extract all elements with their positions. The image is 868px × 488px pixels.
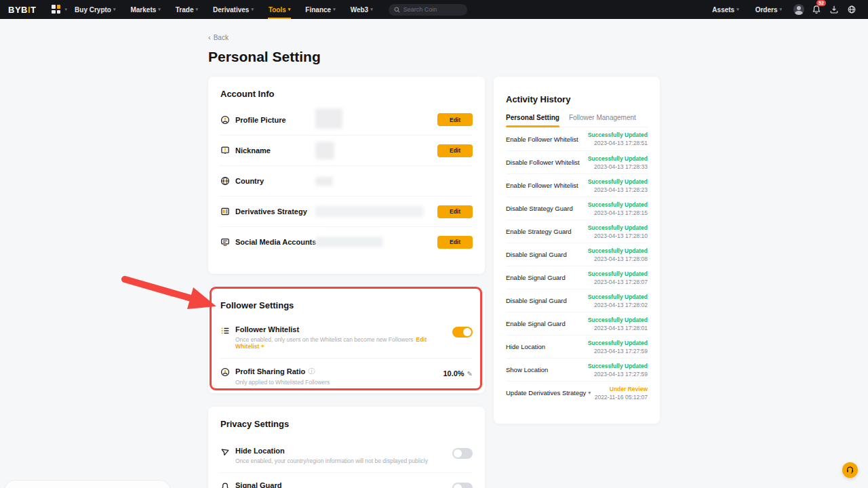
nav-item-assets[interactable]: Assets▾ [705, 0, 746, 19]
notifications-button[interactable]: 52 [808, 1, 825, 18]
tab-follower-management[interactable]: Follower Management [569, 114, 636, 127]
timestamp: 2023-04-13 17:28:08 [588, 256, 648, 262]
location-arrow-icon [220, 447, 230, 457]
search-input[interactable] [403, 6, 458, 13]
toggle-knob [463, 328, 471, 336]
activity-label: Update Derivatives Strategy [506, 389, 586, 396]
nav-item-finance[interactable]: Finance▾ [298, 0, 342, 19]
nav-item-markets[interactable]: Markets▾ [123, 0, 167, 19]
chevron-down-icon: ▾ [195, 7, 198, 12]
activity-label: Disable Follower Whitelist [506, 159, 580, 166]
status-badge: Successfully Updated [588, 155, 648, 162]
row-profile-picture: Profile Picture Edit [220, 104, 473, 135]
country-globe-icon [220, 176, 230, 186]
edit-pencil-icon[interactable]: ✎ [467, 370, 473, 378]
row-label: Derivatives Strategy [235, 207, 307, 216]
coin-search[interactable] [389, 4, 467, 16]
chevron-down-icon: ▾ [779, 7, 782, 12]
chevron-left-icon: ‹ [208, 33, 211, 41]
profile-avatar[interactable] [791, 1, 807, 18]
info-icon[interactable]: ⓘ [308, 367, 315, 376]
activity-row: Enable Signal GuardSuccessfully Updated2… [506, 312, 648, 335]
timestamp: 2023-04-13 17:28:02 [588, 302, 648, 308]
nav-item-trade[interactable]: Trade▾ [168, 0, 205, 19]
hide-location-toggle[interactable] [452, 448, 473, 459]
activity-label: Disable Strategy Guard [506, 205, 573, 212]
activity-row: Hide LocationSuccessfully Updated2023-04… [506, 335, 648, 358]
chevron-down-icon: ▾ [736, 7, 739, 12]
edit-derivatives-strategy-button[interactable]: Edit [437, 205, 473, 218]
row-follower-whitelist: Follower Whitelist Once enabled, only us… [220, 317, 473, 358]
download-icon [829, 5, 839, 14]
activity-label: Enable Signal Guard [506, 320, 566, 327]
whitelist-list-icon [220, 326, 230, 336]
activity-label: Show Location [506, 366, 548, 373]
follower-settings-card: Follower Settings Follower Whitelist Onc… [208, 288, 485, 393]
activity-label: Enable Follower Whitelist [506, 136, 578, 143]
status-badge: Successfully Updated [588, 363, 648, 369]
nav-item-orders[interactable]: Orders▾ [748, 0, 789, 19]
activity-row: Enable Signal GuardSuccessfully Updated2… [506, 266, 648, 289]
chevron-down-icon: ▾ [588, 390, 591, 396]
profit-ratio-person-icon [220, 367, 230, 377]
back-button[interactable]: ‹ Back [208, 33, 229, 41]
privacy-settings-card: Privacy Settings Hide Location Once enab… [208, 407, 485, 488]
chevron-down-icon: ▾ [370, 7, 373, 12]
globe-icon [847, 5, 856, 14]
activity-label: Disable Signal Guard [506, 251, 567, 258]
search-icon [394, 7, 400, 13]
headset-icon [846, 466, 854, 474]
toggle-knob [454, 449, 462, 458]
status-badge: Successfully Updated [588, 178, 648, 185]
top-navbar: BYBIT ▾ Buy Crypto▾ Markets▾ Trade▾ Deri… [0, 0, 868, 19]
activity-tabs: Personal Setting Follower Management [506, 114, 648, 127]
nav-item-web3[interactable]: Web3▾ [343, 0, 380, 19]
support-chat-button[interactable] [842, 462, 858, 478]
nav-item-derivatives[interactable]: Derivatives▾ [205, 0, 261, 19]
products-grid-menu[interactable]: ▾ [46, 5, 68, 14]
activity-list: Enable Follower WhitelistSuccessfully Up… [506, 127, 648, 404]
nav-item-tools[interactable]: Tools▾ [261, 0, 298, 19]
follower-whitelist-toggle[interactable] [452, 327, 473, 338]
row-label: Country [235, 177, 264, 185]
bybit-logo[interactable]: BYBIT [8, 5, 37, 15]
language-button[interactable] [844, 1, 860, 18]
strategy-document-icon [220, 207, 230, 216]
profit-ratio-label: Profit Sharing Ratioⓘ [235, 367, 330, 376]
activity-row-update-strategy[interactable]: Update Derivatives Strategy▾Under Review… [506, 381, 648, 404]
activity-row: Show LocationSuccessfully Updated2023-04… [506, 358, 648, 381]
tab-personal-setting[interactable]: Personal Setting [506, 114, 559, 127]
timestamp: 2023-04-13 17:27:59 [588, 371, 648, 378]
follower-settings-title: Follower Settings [220, 300, 473, 310]
toggle-knob [454, 484, 462, 488]
row-profit-sharing-ratio: Profit Sharing Ratioⓘ Only applied to Wh… [220, 358, 473, 394]
timestamp: 2023-04-13 17:28:33 [588, 163, 648, 170]
activity-label: Disable Signal Guard [506, 297, 567, 304]
row-hide-location: Hide Location Once enabled, your country… [220, 439, 473, 472]
edit-profile-picture-button[interactable]: Edit [437, 113, 473, 126]
avatar [793, 4, 804, 15]
activity-row: Disable Follower WhitelistSuccessfully U… [506, 150, 648, 174]
row-social-media: Social Media Accounts Edit [220, 226, 473, 257]
profit-ratio-subtitle: Only applied to Whitelisted Followers [235, 379, 330, 386]
social-media-monitor-icon [220, 237, 230, 247]
status-badge: Successfully Updated [588, 270, 648, 277]
timestamp: 2023-04-13 17:28:10 [588, 232, 648, 239]
blurred-social-accounts [315, 237, 383, 247]
activity-history-title: Activity History [506, 94, 648, 104]
activity-row: Enable Strategy GuardSuccessfully Update… [506, 220, 648, 243]
blurred-country [315, 177, 333, 186]
activity-row: Disable Signal GuardSuccessfully Updated… [506, 243, 648, 266]
chevron-down-icon: ▾ [113, 7, 116, 12]
edit-social-media-button[interactable]: Edit [437, 236, 473, 249]
nav-item-buy-crypto[interactable]: Buy Crypto▾ [67, 0, 123, 19]
chevron-down-icon: ▾ [333, 7, 336, 12]
notification-badge: 52 [816, 0, 826, 6]
edit-nickname-button[interactable]: Edit [437, 144, 473, 157]
whitelist-subtitle: Once enabled, only users on the Whitelis… [235, 336, 452, 350]
chevron-down-icon: ▾ [158, 7, 161, 12]
download-app-button[interactable] [826, 1, 842, 18]
signal-guard-toggle[interactable] [452, 483, 473, 488]
bottom-left-popup-edge [4, 480, 171, 488]
status-badge: Successfully Updated [588, 340, 648, 346]
